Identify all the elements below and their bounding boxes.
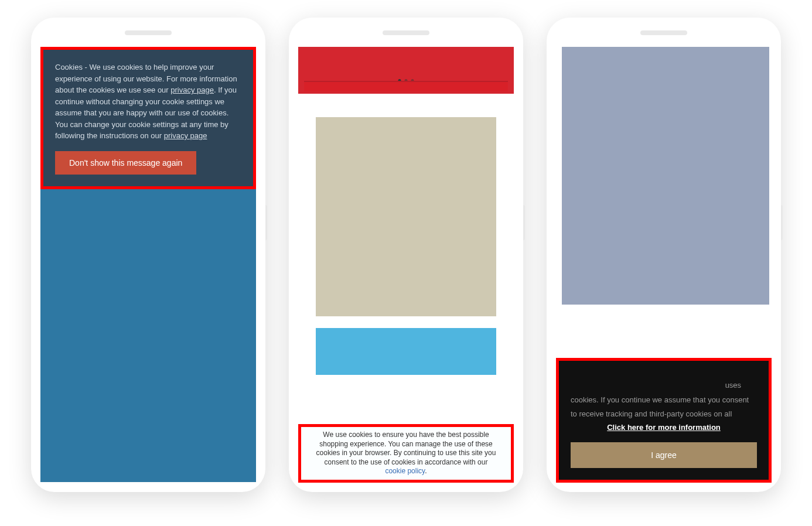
phone-screen-2: We use cookies to ensure you have the be…: [298, 47, 514, 483]
privacy-page-link-1[interactable]: privacy page: [170, 86, 214, 94]
header-strip: [304, 81, 508, 91]
cookie-policy-link[interactable]: cookie policy: [385, 467, 425, 475]
cookie-banner-1: Cookies - We use cookies to help improve…: [40, 47, 256, 189]
site-header: [298, 47, 514, 94]
page-content-placeholder: [562, 47, 769, 305]
phone-mockup-1: Cookies - We use cookies to help improve…: [31, 18, 265, 492]
page-content-placeholder: [40, 189, 256, 482]
content-block-1: [316, 117, 496, 316]
cookie-text-suffix: .: [425, 467, 427, 475]
agree-button[interactable]: I agree: [571, 442, 757, 468]
phone-mockup-2: We use cookies to ensure you have the be…: [289, 18, 523, 492]
phone-mockup-3: xxxxxxxxxxxxxxxxxxxxxxxxxxxxxxxxxxxxxxxx…: [547, 18, 781, 492]
cookie-banner-text: We use cookies to ensure you have the be…: [316, 431, 496, 466]
cookie-text-segment: uses cookies. If you continue we assume …: [571, 381, 749, 418]
phone-screen-1: Cookies - We use cookies to help improve…: [40, 47, 256, 483]
cookie-banner-text: xxxxxxxxxxxxxxxxxxxxxxxxxxxxxxxxxxxxxxxx…: [571, 378, 757, 422]
cookie-banner-3: xxxxxxxxxxxxxxxxxxxxxxxxxxxxxxxxxxxxxxxx…: [556, 358, 772, 483]
dismiss-cookie-button[interactable]: Don't show this message again: [55, 151, 196, 175]
content-block-2: [316, 328, 496, 375]
cookie-banner-2: We use cookies to ensure you have the be…: [298, 424, 514, 483]
cookie-banner-text: Cookies - We use cookies to help improve…: [55, 62, 241, 142]
more-information-link[interactable]: Click here for more information: [571, 423, 757, 432]
privacy-page-link-2[interactable]: privacy page: [164, 131, 207, 140]
phone-screen-3: xxxxxxxxxxxxxxxxxxxxxxxxxxxxxxxxxxxxxxxx…: [556, 47, 772, 483]
